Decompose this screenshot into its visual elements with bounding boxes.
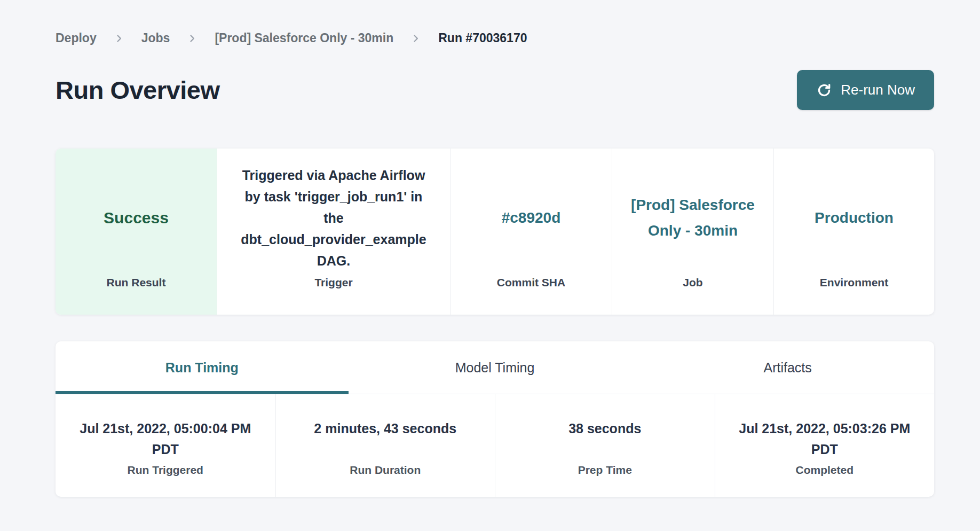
prep-time-card: 38 seconds Prep Time: [495, 394, 715, 497]
breadcrumb-item-jobs[interactable]: Jobs: [141, 31, 170, 45]
run-result-card: Success Run Result: [56, 149, 217, 315]
chevron-right-icon: [187, 33, 197, 44]
breadcrumb-item-deploy[interactable]: Deploy: [56, 31, 97, 45]
run-duration-value: 2 minutes, 43 seconds: [276, 418, 495, 462]
tab-artifacts[interactable]: Artifacts: [641, 341, 934, 394]
breadcrumb-item-job-name[interactable]: [Prod] Salesforce Only - 30min: [215, 31, 393, 45]
run-result-label: Run Result: [56, 276, 217, 315]
prep-time-value: 38 seconds: [495, 418, 715, 462]
job-link[interactable]: [Prod] Salesforce Only - 30min: [628, 192, 757, 244]
chevron-right-icon: [114, 33, 124, 44]
rerun-now-button[interactable]: Re-run Now: [797, 70, 934, 110]
run-details-panel: Run Timing Model Timing Artifacts Jul 21…: [56, 341, 934, 497]
job-card: [Prod] Salesforce Only - 30min Job: [612, 149, 773, 315]
run-triggered-card: Jul 21st, 2022, 05:00:04 PM PDT Run Trig…: [56, 394, 275, 497]
run-details-tabs: Run Timing Model Timing Artifacts: [56, 341, 934, 394]
chevron-right-icon: [410, 33, 421, 44]
job-label: Job: [612, 276, 773, 315]
tab-model-timing[interactable]: Model Timing: [349, 341, 642, 394]
commit-sha-card: #c8920d Commit SHA: [450, 149, 612, 315]
run-duration-card: 2 minutes, 43 seconds Run Duration: [275, 394, 495, 497]
environment-label: Environment: [774, 276, 934, 315]
run-duration-label: Run Duration: [276, 464, 495, 477]
environment-card: Production Environment: [773, 149, 934, 315]
trigger-card: Triggered via Apache Airflow by task 'tr…: [217, 149, 450, 315]
run-timing-cards: Jul 21st, 2022, 05:00:04 PM PDT Run Trig…: [56, 394, 934, 497]
page-title: Run Overview: [56, 75, 219, 105]
run-summary-cards: Success Run Result Triggered via Apache …: [56, 149, 934, 315]
prep-time-label: Prep Time: [495, 464, 715, 477]
tab-run-timing[interactable]: Run Timing: [56, 341, 349, 394]
breadcrumb-current-run: Run #70036170: [438, 31, 527, 45]
run-triggered-label: Run Triggered: [56, 464, 275, 477]
page-header: Run Overview Re-run Now: [56, 70, 934, 110]
commit-sha-label: Commit SHA: [451, 276, 612, 315]
trigger-label: Trigger: [217, 276, 450, 315]
refresh-icon: [816, 82, 832, 98]
commit-sha-link[interactable]: #c8920d: [502, 205, 561, 231]
completed-value: Jul 21st, 2022, 05:03:26 PM PDT: [715, 418, 935, 462]
run-triggered-value: Jul 21st, 2022, 05:00:04 PM PDT: [56, 418, 275, 462]
rerun-now-label: Re-run Now: [841, 82, 915, 98]
run-result-value: Success: [104, 209, 169, 227]
breadcrumb: Deploy Jobs [Prod] Salesforce Only - 30m…: [56, 0, 934, 45]
run-overview-page: Deploy Jobs [Prod] Salesforce Only - 30m…: [56, 0, 934, 497]
completed-label: Completed: [715, 464, 935, 477]
trigger-value: Triggered via Apache Airflow by task 'tr…: [233, 165, 434, 271]
completed-card: Jul 21st, 2022, 05:03:26 PM PDT Complete…: [715, 394, 935, 497]
environment-link[interactable]: Production: [815, 205, 894, 231]
